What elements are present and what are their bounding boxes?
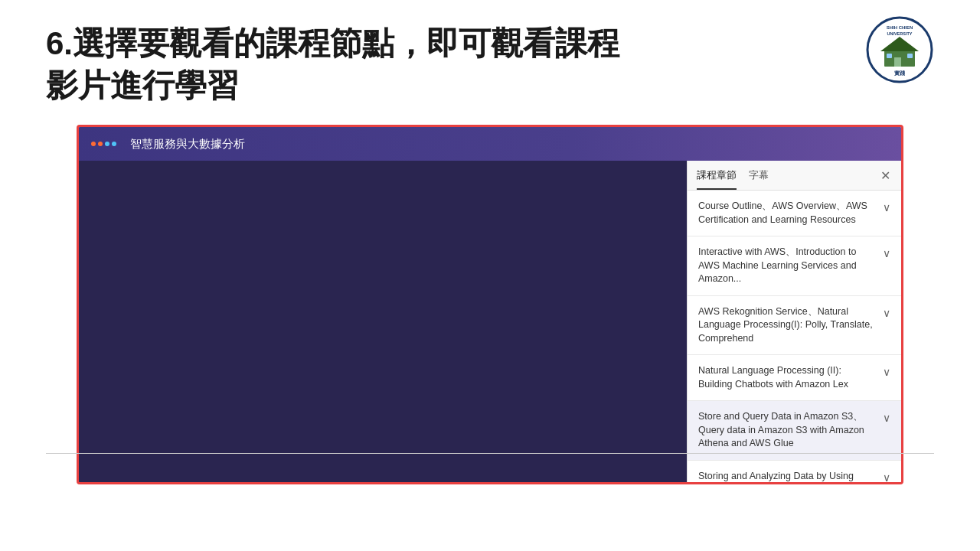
dots-icon — [91, 142, 116, 146]
course-list: Course Outline、AWS Overview、AWS Certific… — [688, 191, 901, 482]
video-area[interactable] — [79, 161, 687, 482]
course-topbar: 智慧服務與大數據分析 — [79, 127, 901, 161]
course-item-2[interactable]: Interactive with AWS、Introduction to AWS… — [688, 236, 901, 296]
course-main: 課程章節 字幕 ✕ Course Outline、AWS Overview、AW… — [79, 161, 901, 482]
course-item-4[interactable]: Natural Language Processing (II): Buildi… — [688, 355, 901, 401]
course-item-5[interactable]: Store and Query Data in Amazon S3、Query … — [688, 401, 901, 461]
title-line1: 6.選擇要觀看的課程節點，即可觀看課程 — [46, 23, 619, 65]
course-item-text-6: Storing and Analyzing Data by Using Amaz… — [698, 470, 883, 483]
side-panel: 課程章節 字幕 ✕ Course Outline、AWS Overview、AW… — [687, 161, 901, 482]
course-item-1[interactable]: Course Outline、AWS Overview、AWS Certific… — [688, 191, 901, 236]
course-item-3[interactable]: AWS Rekognition Service、Natural Language… — [688, 296, 901, 356]
title-area: 6.選擇要觀看的課程節點，即可觀看課程 影片進行學習 SHIH CHIEN UN… — [46, 23, 934, 106]
svg-text:實踐: 實踐 — [894, 70, 906, 77]
course-item-text-4: Natural Language Processing (II): Buildi… — [698, 364, 883, 391]
course-item-text-1: Course Outline、AWS Overview、AWS Certific… — [698, 200, 883, 227]
svg-text:UNIVERSITY: UNIVERSITY — [887, 31, 912, 36]
panel-tabs: 課程章節 字幕 ✕ — [688, 161, 901, 191]
dot-orange2 — [98, 142, 103, 146]
dot-blue2 — [112, 142, 116, 146]
svg-rect-4 — [887, 54, 892, 58]
svg-marker-2 — [880, 37, 919, 51]
course-item-text-5: Store and Query Data in Amazon S3、Query … — [698, 410, 883, 451]
course-item-6[interactable]: Storing and Analyzing Data by Using Amaz… — [688, 461, 901, 483]
course-item-text-2: Interactive with AWS、Introduction to AWS… — [698, 246, 883, 286]
svg-rect-5 — [907, 54, 913, 58]
main-title: 6.選擇要觀看的課程節點，即可觀看課程 影片進行學習 — [46, 23, 619, 106]
tab-chapters[interactable]: 課程章節 — [697, 168, 737, 190]
svg-rect-3 — [894, 57, 901, 67]
title-line2: 影片進行學習 — [46, 65, 619, 107]
chevron-icon-6: ∨ — [883, 471, 890, 483]
university-logo: SHIH CHIEN UNIVERSITY 實踐 — [865, 15, 934, 84]
chevron-icon-3: ∨ — [883, 307, 890, 319]
chevron-icon-5: ∨ — [883, 412, 890, 424]
chevron-icon-2: ∨ — [883, 247, 890, 259]
chevron-icon-4: ∨ — [883, 366, 890, 378]
course-title-bar: 智慧服務與大數據分析 — [130, 137, 245, 152]
course-panel: 智慧服務與大數據分析 課程章節 字幕 ✕ Course Outline、AWS … — [77, 125, 903, 484]
dot-blue — [105, 142, 109, 146]
bottom-divider — [46, 453, 934, 454]
tab-subtitles[interactable]: 字幕 — [749, 168, 769, 190]
chevron-icon-1: ∨ — [883, 201, 890, 214]
page-content: 6.選擇要觀看的課程節點，即可觀看課程 影片進行學習 SHIH CHIEN UN… — [0, 0, 980, 500]
svg-text:SHIH CHIEN: SHIH CHIEN — [887, 25, 913, 30]
logo-svg: SHIH CHIEN UNIVERSITY 實踐 — [865, 15, 934, 84]
close-button[interactable]: ✕ — [877, 167, 893, 184]
course-item-text-3: AWS Rekognition Service、Natural Language… — [698, 305, 883, 346]
dot-orange — [91, 142, 96, 146]
